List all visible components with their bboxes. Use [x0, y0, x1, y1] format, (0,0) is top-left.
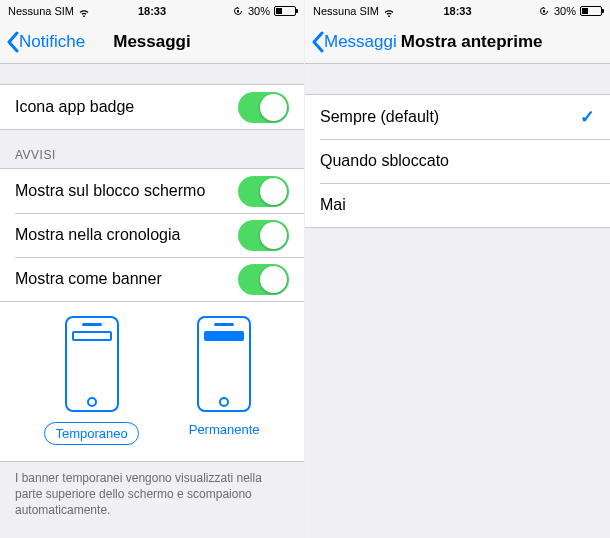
battery-pct: 30% [554, 5, 576, 17]
alert-lockscreen-row[interactable]: Mostra sul blocco schermo [0, 169, 304, 213]
back-label: Messaggi [324, 32, 397, 52]
toggle-switch[interactable] [238, 92, 289, 123]
battery-pct: 30% [248, 5, 270, 17]
cell-label: Mostra sul blocco schermo [15, 182, 205, 200]
cell-label: Sempre (default) [320, 108, 439, 126]
back-label: Notifiche [19, 32, 85, 52]
banner-permanent-label: Permanente [189, 422, 260, 437]
alert-history-row[interactable]: Mostra nella cronologia [0, 213, 304, 257]
checkmark-icon: ✓ [580, 106, 595, 128]
banner-temporary-option[interactable]: Temporaneo [44, 316, 138, 445]
cell-label: Mostra come banner [15, 270, 162, 288]
page-title: Mostra anteprime [401, 32, 543, 52]
phone-outline-icon [65, 316, 119, 412]
banner-temporary-label: Temporaneo [44, 422, 138, 445]
svg-rect-1 [543, 10, 545, 13]
cell-label: Mostra nella cronologia [15, 226, 180, 244]
preview-option-unlocked[interactable]: Quando sbloccato [305, 139, 610, 183]
nav-bar: Notifiche Messaggi [0, 20, 304, 64]
alerts-section-header: AVVISI [0, 130, 304, 168]
phone-outline-icon [197, 316, 251, 412]
battery-icon [274, 6, 296, 16]
back-button[interactable]: Messaggi [311, 31, 397, 53]
wifi-icon [383, 4, 395, 17]
cell-label: Mai [320, 196, 346, 214]
carrier-label: Nessuna SIM [8, 5, 74, 17]
banner-style-picker: Temporaneo Permanente [0, 302, 304, 462]
orientation-lock-icon [232, 4, 244, 17]
cell-label: Quando sbloccato [320, 152, 449, 170]
wifi-icon [78, 4, 90, 17]
settings-messages-screen: Nessuna SIM 18:33 30% Notifiche Messaggi [0, 0, 305, 538]
orientation-lock-icon [538, 4, 550, 17]
battery-icon [580, 6, 602, 16]
badge-label: Icona app badge [15, 98, 134, 116]
toggle-switch[interactable] [238, 176, 289, 207]
back-button[interactable]: Notifiche [6, 31, 85, 53]
carrier-label: Nessuna SIM [313, 5, 379, 17]
options-section-header: OPZIONI [0, 533, 304, 538]
toggle-switch[interactable] [238, 220, 289, 251]
preview-option-always[interactable]: Sempre (default) ✓ [305, 95, 610, 139]
svg-rect-0 [237, 10, 239, 13]
banner-footer-text: I banner temporanei vengono visualizzati… [0, 462, 304, 533]
banner-permanent-option[interactable]: Permanente [189, 316, 260, 445]
toggle-switch[interactable] [238, 264, 289, 295]
status-bar: Nessuna SIM 18:33 30% [0, 0, 304, 20]
alert-banner-row[interactable]: Mostra come banner [0, 257, 304, 301]
badge-toggle-row[interactable]: Icona app badge [0, 85, 304, 129]
nav-bar: Messaggi Mostra anteprime [305, 20, 610, 64]
status-bar: Nessuna SIM 18:33 30% [305, 0, 610, 20]
show-previews-screen: Nessuna SIM 18:33 30% Messaggi Mostra an… [305, 0, 610, 538]
preview-option-never[interactable]: Mai [305, 183, 610, 227]
